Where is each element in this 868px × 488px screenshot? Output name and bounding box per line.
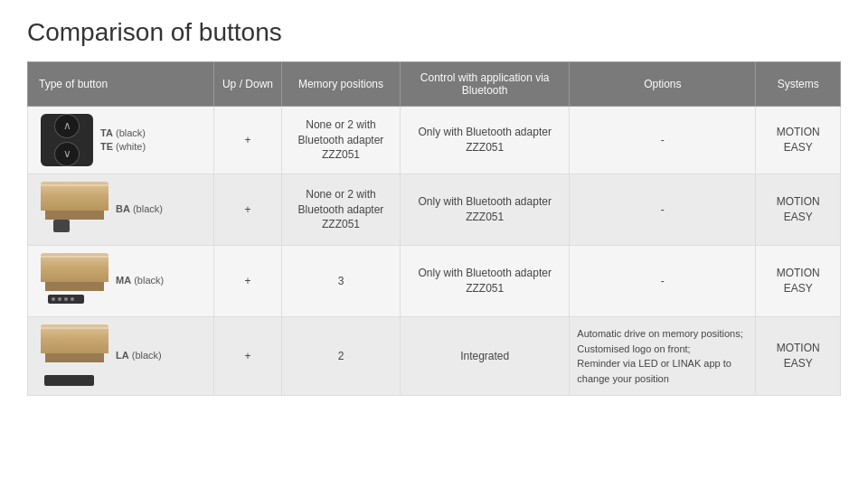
comparison-table: Type of button Up / Down Memory position… — [27, 61, 841, 396]
desk-top — [41, 253, 108, 282]
col-header-options: Options — [570, 62, 756, 107]
desk-underside — [45, 353, 104, 362]
ma-button-icon — [48, 295, 84, 304]
button-type-label: BA (black) — [116, 202, 163, 216]
col-header-control: Control with application via Bluetooth — [401, 62, 570, 107]
desk-top — [41, 182, 108, 211]
control-cell: Integrated — [401, 317, 570, 396]
down-arrow-icon — [54, 142, 80, 166]
table-row: BA (black) + None or 2 with Bluetooth ad… — [28, 174, 841, 246]
type-cell-ma: MA (black) — [28, 246, 214, 317]
col-header-memory: Memory positions — [281, 62, 400, 107]
memory-cell: None or 2 with Bluetooth adapter ZZZ051 — [281, 174, 400, 246]
desk-underside — [45, 211, 104, 220]
updown-cell: + — [214, 317, 282, 396]
control-cell: Only with Bluetooth adapter ZZZ051 — [401, 174, 570, 246]
options-line-2: Customised logo on front; — [577, 343, 690, 354]
systems-cell: MOTION EASY — [756, 174, 841, 246]
ta-button-image — [41, 114, 93, 166]
table-row: TA (black)TE (white) + None or 2 with Bl… — [28, 107, 841, 174]
systems-cell: MOTION EASY — [756, 246, 841, 317]
col-header-systems: Systems — [756, 62, 841, 107]
ma-dot — [58, 297, 61, 301]
systems-cell: MOTION EASY — [756, 317, 841, 396]
up-arrow-icon — [54, 114, 80, 138]
memory-cell: 3 — [281, 246, 400, 317]
options-cell-la: Automatic drive on memory positions; Cus… — [570, 317, 756, 396]
type-cell-la: LA (black) — [28, 317, 214, 396]
options-cell: - — [570, 246, 756, 317]
options-cell: - — [570, 174, 756, 246]
col-header-updown: Up / Down — [214, 62, 282, 107]
options-line-1: Automatic drive on memory positions; — [577, 328, 742, 339]
ba-button-icon — [53, 220, 70, 232]
options-cell: - — [570, 107, 756, 174]
desk-top — [41, 324, 108, 353]
systems-cell: MOTION EASY — [756, 107, 841, 174]
table-row: MA (black) + 3 Only with Bluetooth adapt… — [28, 246, 841, 317]
la-button-icon — [44, 375, 94, 386]
type-cell-ba: BA (black) — [28, 174, 214, 246]
page-title: Comparison of buttons — [27, 18, 841, 47]
updown-cell: + — [214, 174, 282, 246]
ma-dot — [52, 297, 55, 301]
memory-cell: None or 2 with Bluetooth adapter ZZZ051 — [281, 107, 400, 174]
table-row: LA (black) + 2 Integrated Automatic driv… — [28, 317, 841, 396]
col-header-type: Type of button — [28, 62, 214, 107]
memory-cell: 2 — [281, 317, 400, 396]
control-cell: Only with Bluetooth adapter ZZZ051 — [401, 107, 570, 174]
ma-button-image — [41, 253, 108, 309]
updown-cell: + — [214, 246, 282, 317]
control-cell: Only with Bluetooth adapter ZZZ051 — [401, 246, 570, 317]
button-type-label: TA (black)TE (white) — [100, 127, 146, 155]
updown-cell: + — [214, 107, 282, 174]
ma-dot — [64, 297, 68, 301]
ba-button-image — [41, 182, 108, 238]
la-button-image — [41, 324, 108, 388]
button-type-label: LA (black) — [116, 349, 162, 362]
desk-underside — [45, 282, 104, 291]
options-line-3: Reminder via LED or LINAK app to change … — [577, 358, 731, 384]
ma-dot — [71, 297, 74, 301]
button-type-label: MA (black) — [116, 274, 164, 287]
type-cell-ta: TA (black)TE (white) — [28, 107, 214, 174]
